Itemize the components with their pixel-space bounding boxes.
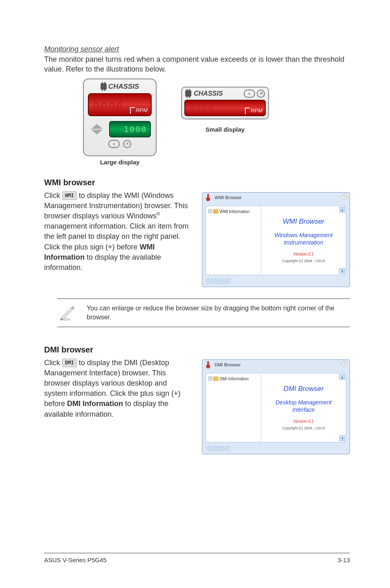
scroll-up-icon[interactable]: ▴ bbox=[339, 374, 345, 380]
dmi-content-sub1: Desktop Management bbox=[261, 399, 346, 406]
dmi-text: Click DMI to display the DMI (Desktop Ma… bbox=[44, 358, 191, 420]
dmi-bold: DMI Information bbox=[67, 399, 123, 408]
seg-digits-small: 8888 bbox=[189, 102, 214, 112]
thermometer-icon bbox=[205, 194, 212, 201]
wmi-content-title: WMI Browser bbox=[261, 218, 346, 226]
footer-left: ASUS V-Series P5G45 bbox=[44, 557, 107, 563]
rpm-label: RPM bbox=[136, 107, 148, 113]
illustrations-row: CHASSIS 8888 RPM 1000 ≡ ✕ Large display bbox=[44, 79, 350, 166]
dmi-content: ▴ DMI Browser Desktop Management Interfa… bbox=[261, 373, 346, 442]
dmi-button[interactable]: DMI bbox=[62, 359, 77, 367]
dmi-t1: Click bbox=[44, 359, 62, 367]
chassis-large-group: CHASSIS 8888 RPM 1000 ≡ ✕ Large display bbox=[83, 79, 157, 166]
scroll-down-icon[interactable]: ▾ bbox=[339, 435, 345, 441]
chassis-small-group: CHASSIS ≡ ✕ 8888 RPM Small display bbox=[181, 79, 269, 133]
footer-right: 3-13 bbox=[338, 557, 350, 563]
scroll-up-icon[interactable]: ▴ bbox=[339, 207, 345, 213]
folder-icon bbox=[213, 209, 218, 213]
rpm-box-icon bbox=[245, 108, 250, 114]
seg-digits-large: 8888 bbox=[93, 97, 123, 111]
wmi-t3: management information. Click an item fr… bbox=[44, 222, 188, 251]
plus-icon[interactable]: + bbox=[208, 377, 212, 380]
chassis-red-large: 8888 RPM bbox=[88, 93, 152, 116]
plus-icon[interactable]: + bbox=[208, 209, 212, 213]
rpm-label-small: RPM bbox=[251, 108, 262, 114]
chip-icon bbox=[101, 83, 107, 90]
chassis-red-small: 8888 RPM bbox=[184, 100, 266, 116]
dmi-content-title: DMI Browser bbox=[261, 385, 346, 393]
chassis-small-panel: CHASSIS ≡ ✕ 8888 RPM bbox=[181, 87, 269, 119]
thermometer-icon bbox=[205, 361, 212, 368]
wmi-tree-label: WMI Information bbox=[220, 209, 249, 214]
expand-icon[interactable]: ≡ bbox=[244, 90, 255, 98]
page-footer: ASUS V-Series P5G45 3-13 bbox=[44, 553, 350, 563]
green-readout: 1000 bbox=[109, 121, 151, 137]
scroll-down-icon[interactable]: ▾ bbox=[339, 268, 345, 274]
folder-icon bbox=[213, 377, 218, 381]
small-caption: Small display bbox=[181, 126, 269, 133]
dmi-window-title: DMI Browser bbox=[215, 362, 241, 367]
triangle-down-icon bbox=[91, 130, 103, 135]
monitoring-heading: Monitoring sensor alert bbox=[44, 45, 350, 54]
dmi-copyright: Copyright (c) 2004 , ASUS bbox=[261, 426, 346, 430]
wmi-heading: WMI browser bbox=[44, 178, 350, 187]
dmi-version: Version 0.1 bbox=[261, 419, 346, 424]
wmi-text: Click WMI to display the WMI (Windows Ma… bbox=[44, 191, 191, 273]
wmi-tree[interactable]: + WMI Information bbox=[206, 206, 261, 275]
chassis-large-panel: CHASSIS 8888 RPM 1000 ≡ ✕ bbox=[83, 79, 157, 156]
collapse-icon[interactable]: ≡ bbox=[108, 140, 120, 148]
wmi-content: ▴ WMI Browser Windows Management Instrum… bbox=[261, 206, 346, 275]
wmi-content-sub1: Windows Management bbox=[261, 231, 346, 239]
wmi-version: Version 0.1 bbox=[261, 252, 346, 256]
dmi-tree-label: DMI Information bbox=[220, 377, 249, 381]
dmi-tree[interactable]: + DMI Information bbox=[206, 373, 261, 442]
pencil-icon bbox=[57, 303, 77, 323]
wmi-copyright: Copyright (c) 2004 , ASUS bbox=[261, 259, 346, 263]
wmi-window-title: WMI Browser bbox=[215, 195, 242, 200]
chassis-label: CHASSIS bbox=[108, 83, 139, 91]
resize-handle[interactable] bbox=[206, 446, 230, 451]
close-icon[interactable]: ✕ bbox=[257, 90, 265, 98]
close-icon[interactable]: ✕ bbox=[123, 140, 131, 148]
wmi-content-sub2: Instrumentation bbox=[261, 239, 346, 246]
resize-handle[interactable] bbox=[206, 278, 230, 284]
dmi-content-sub2: Interface bbox=[261, 406, 346, 413]
close-icon[interactable]: ✕ bbox=[341, 194, 347, 200]
dmi-heading: DMI browser bbox=[44, 345, 350, 355]
dmi-browser-window: DMI Browser ✕ + DMI Information ▴ DMI Br… bbox=[202, 359, 350, 454]
reg-symbol: ® bbox=[157, 211, 160, 216]
monitoring-para: The monitor panel turns red when a compo… bbox=[44, 54, 350, 74]
close-icon[interactable]: ✕ bbox=[341, 361, 347, 367]
note-box: You can enlarge or reduce the browser si… bbox=[57, 298, 350, 327]
wmi-button[interactable]: WMI bbox=[62, 191, 77, 200]
chip-icon bbox=[185, 90, 191, 97]
note-text: You can enlarge or reduce the browser si… bbox=[87, 304, 350, 321]
wmi-t1: Click bbox=[44, 191, 62, 200]
updown-arrows[interactable] bbox=[89, 123, 105, 135]
rpm-box-icon bbox=[130, 107, 135, 114]
chassis-label-small: CHASSIS bbox=[194, 90, 223, 97]
large-caption: Large display bbox=[83, 159, 157, 166]
triangle-up-icon bbox=[91, 124, 103, 129]
wmi-browser-window: WMI Browser ✕ + WMI Information ▴ WMI Br… bbox=[202, 192, 350, 287]
